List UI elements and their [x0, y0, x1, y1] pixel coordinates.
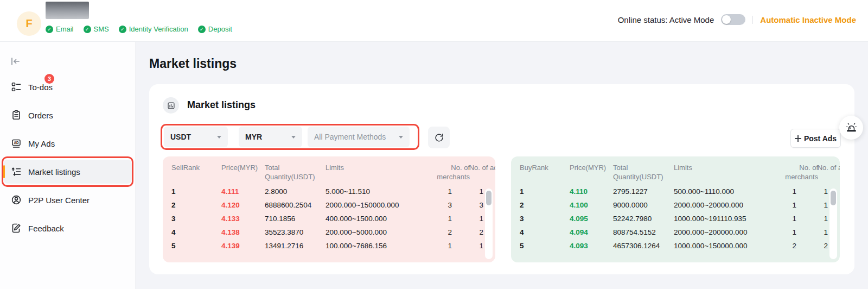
- cell-price: 4.138: [221, 228, 265, 236]
- verification-email: ✓ Email: [46, 25, 74, 33]
- col-header-qty: Total Quantity(USDT): [613, 163, 674, 181]
- col-header-rank: BuyRank: [520, 163, 570, 172]
- online-status-toggle[interactable]: [721, 14, 745, 25]
- cell-qty: 2.8000: [265, 187, 326, 196]
- sidebar-item-todos[interactable]: To-dos 3: [3, 75, 132, 99]
- sidebar-item-my-ads[interactable]: AD My Ads: [3, 131, 132, 155]
- sell-table-body: 14.1112.80005.000~11.5101124.1206888600.…: [163, 185, 495, 253]
- col-header-limits: Limits: [674, 163, 777, 172]
- sidebar-item-p2p-user-center[interactable]: P2P User Center: [3, 188, 132, 212]
- cell-rank: 1: [520, 187, 570, 196]
- cell-limits: 1000.000~150000.000: [674, 242, 777, 250]
- sidebar-item-orders[interactable]: Orders: [3, 103, 132, 127]
- chevron-down-icon: [291, 136, 296, 139]
- cell-merchants: 2: [777, 242, 796, 250]
- col-header-merchants: No. of merchants: [429, 163, 470, 181]
- sell-table-scrollbar[interactable]: [485, 189, 493, 259]
- cell-limits: 400.000~1500.000: [326, 215, 429, 223]
- check-icon: ✓: [84, 26, 91, 33]
- sidebar-item-label: Market listings: [28, 167, 80, 177]
- todos-icon: [11, 81, 22, 92]
- post-ads-button[interactable]: Post Ads: [790, 129, 841, 148]
- cell-limits: 200.000~5000.000: [326, 228, 429, 236]
- check-icon: ✓: [46, 26, 53, 33]
- cell-qty: 9000.0000: [613, 201, 674, 209]
- table-row: 34.09552242.79801000.000~191110.93511: [511, 212, 840, 225]
- scrollbar-thumb[interactable]: [486, 191, 492, 205]
- col-header-ads: No. of ads: [469, 163, 495, 172]
- cell-ads: 1: [452, 215, 483, 223]
- cell-ads: 3: [452, 201, 483, 209]
- col-header-qty: Total Quantity(USDT): [265, 163, 326, 181]
- automatic-inactive-mode-link[interactable]: Automatic Inactive Mode: [760, 15, 856, 24]
- buy-table-body: 14.1102795.1227500.000~1110.0001124.1009…: [511, 185, 840, 253]
- refresh-button[interactable]: [428, 127, 450, 148]
- siren-icon: [845, 122, 858, 134]
- fiat-select-value: MYR: [245, 133, 262, 141]
- alert-siren-button[interactable]: [839, 116, 863, 140]
- verification-label: Identity Verification: [129, 25, 188, 33]
- chevron-down-icon: [217, 136, 221, 139]
- cell-limits: 100.000~7686.156: [326, 242, 429, 250]
- verification-label: Email: [56, 25, 74, 33]
- sidebar-item-feedback[interactable]: Feedback: [3, 216, 132, 240]
- table-row: 44.13835523.3870200.000~5000.00022: [163, 225, 495, 239]
- user-icon: [11, 194, 22, 205]
- collapse-sidebar-button[interactable]: [9, 55, 21, 67]
- buy-table-header: BuyRank Price(MYR) Total Quantity(USDT) …: [511, 156, 840, 185]
- verification-identity: ✓ Identity Verification: [119, 25, 188, 33]
- sell-orders-table: SellRank Price(MYR) Total Quantity(USDT)…: [163, 156, 495, 262]
- cell-qty: 2795.1227: [613, 187, 674, 196]
- fiat-select[interactable]: MYR: [239, 127, 302, 147]
- top-header: F ✓ Email ✓ SMS ✓ Identity Verification …: [0, 0, 868, 42]
- cell-ads: 2: [796, 242, 828, 250]
- table-row: 54.0934657306.12641000.000~150000.00022: [511, 239, 840, 253]
- cell-merchants: 3: [429, 201, 452, 209]
- cell-rank: 2: [520, 201, 570, 209]
- asset-select[interactable]: USDT: [164, 127, 228, 147]
- cell-rank: 5: [520, 242, 570, 250]
- cell-price: 4.111: [221, 187, 265, 196]
- cell-ads: 1: [796, 215, 828, 223]
- cell-qty: 710.1856: [265, 215, 326, 223]
- cell-rank: 3: [171, 215, 221, 223]
- cell-ads: 1: [796, 228, 828, 236]
- cell-price: 4.093: [570, 242, 613, 250]
- verification-deposit: ✓ Deposit: [198, 25, 232, 33]
- cell-ads: 1: [796, 187, 828, 196]
- verification-label: Deposit: [208, 25, 232, 33]
- cell-ads: 1: [452, 187, 483, 196]
- cell-qty: 4657306.1264: [613, 242, 674, 250]
- table-row: 44.094808754.51522000.000~200000.00011: [511, 225, 840, 239]
- cell-qty: 35523.3870: [265, 228, 326, 236]
- username-redacted: [46, 2, 89, 19]
- cell-rank: 4: [171, 228, 221, 236]
- cell-price: 4.110: [570, 187, 613, 196]
- sidebar-item-label: My Ads: [28, 139, 55, 148]
- payment-method-select[interactable]: All Payment Methods: [308, 127, 410, 147]
- cell-limits: 2000.000~20000.000: [674, 201, 777, 209]
- col-header-merchants: No. of merchants: [777, 163, 818, 181]
- sidebar-item-market-listings[interactable]: Market listings: [3, 160, 132, 184]
- cell-price: 4.094: [570, 228, 613, 236]
- cell-price: 4.120: [221, 201, 265, 209]
- table-row: 24.1009000.00002000.000~20000.00011: [511, 198, 840, 212]
- bar-chart-icon: [163, 97, 179, 114]
- cell-merchants: 2: [429, 228, 452, 236]
- cell-merchants: 1: [777, 215, 796, 223]
- cell-price: 4.095: [570, 215, 613, 223]
- cell-rank: 5: [171, 242, 221, 250]
- cell-price: 4.139: [221, 242, 265, 250]
- chevron-down-icon: [399, 136, 403, 139]
- cell-limits: 5.000~11.510: [326, 187, 429, 196]
- buy-table-scrollbar[interactable]: [829, 189, 837, 259]
- cell-ads: 1: [796, 201, 828, 209]
- scrollbar-thumb[interactable]: [831, 191, 836, 205]
- col-header-price: Price(MYR): [221, 163, 265, 172]
- sell-table-header: SellRank Price(MYR) Total Quantity(USDT)…: [163, 156, 495, 185]
- avatar[interactable]: F: [17, 11, 41, 36]
- cell-merchants: 1: [429, 242, 452, 250]
- cell-rank: 1: [171, 187, 221, 196]
- cell-limits: 2000.000~200000.000: [674, 228, 777, 236]
- cell-merchants: 1: [429, 187, 452, 196]
